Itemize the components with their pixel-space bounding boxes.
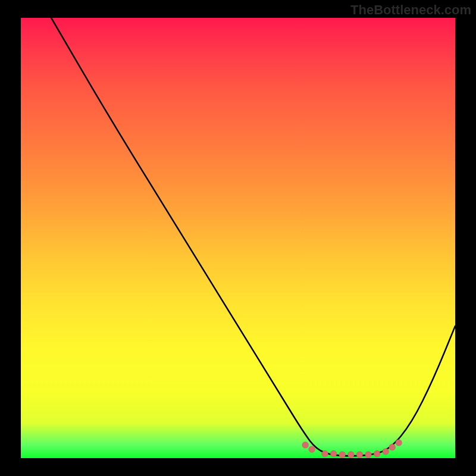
min-dot (339, 452, 346, 458)
chart-svg (21, 18, 455, 458)
min-dot (396, 440, 402, 446)
chart-container: TheBottleneck.com (0, 0, 476, 476)
min-dot (356, 452, 363, 458)
min-dot (302, 441, 309, 448)
bottleneck-curve (51, 18, 455, 456)
watermark-text: TheBottleneck.com (350, 2, 471, 18)
min-dot (330, 450, 337, 457)
min-dot (347, 452, 354, 458)
plot-area (21, 18, 455, 458)
min-dot (383, 448, 389, 455)
min-dot (365, 452, 372, 458)
min-dot (322, 450, 328, 457)
min-dot (389, 444, 396, 450)
min-dot (309, 446, 315, 453)
min-dot (374, 450, 380, 457)
